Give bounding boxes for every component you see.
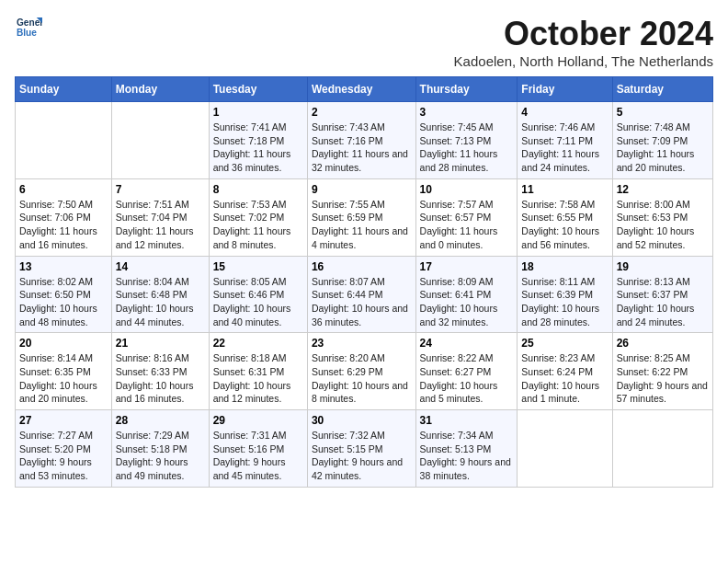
day-info: Sunrise: 7:32 AM Sunset: 5:15 PM Dayligh… — [312, 429, 412, 483]
calendar-cell: 22Sunrise: 8:18 AM Sunset: 6:31 PM Dayli… — [209, 333, 307, 410]
calendar-cell: 4Sunrise: 7:46 AM Sunset: 7:11 PM Daylig… — [518, 102, 612, 179]
weekday-header: Friday — [518, 77, 612, 102]
page-header: General Blue October 2024 Kadoelen, Nort… — [15, 15, 713, 69]
day-info: Sunrise: 7:53 AM Sunset: 7:02 PM Dayligh… — [213, 198, 303, 252]
calendar-cell: 23Sunrise: 8:20 AM Sunset: 6:29 PM Dayli… — [307, 333, 415, 410]
calendar-cell: 28Sunrise: 7:29 AM Sunset: 5:18 PM Dayli… — [111, 410, 209, 488]
day-number: 17 — [420, 260, 514, 273]
day-info: Sunrise: 8:23 AM Sunset: 6:24 PM Dayligh… — [521, 351, 608, 406]
day-number: 28 — [116, 414, 205, 427]
calendar-cell: 24Sunrise: 8:22 AM Sunset: 6:27 PM Dayli… — [415, 333, 518, 410]
calendar-cell: 3Sunrise: 7:45 AM Sunset: 7:13 PM Daylig… — [415, 102, 518, 179]
day-number: 22 — [213, 337, 303, 350]
calendar-cell: 2Sunrise: 7:43 AM Sunset: 7:16 PM Daylig… — [307, 102, 415, 179]
calendar-week-row: 1Sunrise: 7:41 AM Sunset: 7:18 PM Daylig… — [16, 102, 713, 179]
day-number: 24 — [420, 337, 514, 350]
weekday-header: Thursday — [415, 77, 518, 102]
svg-text:Blue: Blue — [17, 28, 37, 38]
calendar-cell: 10Sunrise: 7:57 AM Sunset: 6:57 PM Dayli… — [415, 178, 518, 256]
day-info: Sunrise: 8:16 AM Sunset: 6:33 PM Dayligh… — [116, 351, 205, 406]
day-number: 31 — [420, 414, 514, 427]
calendar-cell: 12Sunrise: 8:00 AM Sunset: 6:53 PM Dayli… — [612, 178, 712, 256]
day-number: 4 — [521, 106, 608, 119]
day-info: Sunrise: 8:04 AM Sunset: 6:48 PM Dayligh… — [116, 275, 205, 329]
day-info: Sunrise: 7:48 AM Sunset: 7:09 PM Dayligh… — [617, 121, 709, 175]
day-info: Sunrise: 7:41 AM Sunset: 7:18 PM Dayligh… — [213, 121, 303, 175]
day-info: Sunrise: 8:00 AM Sunset: 6:53 PM Dayligh… — [617, 198, 709, 252]
day-info: Sunrise: 8:05 AM Sunset: 6:46 PM Dayligh… — [213, 275, 303, 329]
calendar-cell: 15Sunrise: 8:05 AM Sunset: 6:46 PM Dayli… — [209, 256, 307, 333]
calendar-cell: 27Sunrise: 7:27 AM Sunset: 5:20 PM Dayli… — [16, 410, 112, 488]
day-number: 9 — [312, 183, 412, 196]
calendar-cell: 14Sunrise: 8:04 AM Sunset: 6:48 PM Dayli… — [111, 256, 209, 333]
day-info: Sunrise: 7:50 AM Sunset: 7:06 PM Dayligh… — [19, 198, 108, 252]
day-number: 12 — [617, 183, 709, 196]
day-info: Sunrise: 7:34 AM Sunset: 5:13 PM Dayligh… — [420, 429, 514, 483]
weekday-header: Wednesday — [307, 77, 415, 102]
day-number: 6 — [19, 183, 108, 196]
title-block: October 2024 Kadoelen, North Holland, Th… — [454, 15, 713, 69]
day-info: Sunrise: 8:25 AM Sunset: 6:22 PM Dayligh… — [617, 351, 709, 406]
day-info: Sunrise: 7:46 AM Sunset: 7:11 PM Dayligh… — [521, 121, 608, 175]
day-info: Sunrise: 8:20 AM Sunset: 6:29 PM Dayligh… — [312, 351, 412, 406]
calendar-week-row: 20Sunrise: 8:14 AM Sunset: 6:35 PM Dayli… — [16, 333, 713, 410]
day-number: 14 — [116, 260, 205, 273]
calendar-cell — [111, 102, 209, 179]
day-number: 21 — [116, 337, 205, 350]
calendar-cell: 17Sunrise: 8:09 AM Sunset: 6:41 PM Dayli… — [415, 256, 518, 333]
logo-icon: General Blue — [17, 15, 42, 40]
day-info: Sunrise: 8:02 AM Sunset: 6:50 PM Dayligh… — [19, 275, 108, 329]
weekday-header-row: SundayMondayTuesdayWednesdayThursdayFrid… — [16, 77, 713, 102]
day-number: 18 — [521, 260, 608, 273]
calendar-cell: 5Sunrise: 7:48 AM Sunset: 7:09 PM Daylig… — [612, 102, 712, 179]
day-number: 30 — [312, 414, 412, 427]
day-number: 8 — [213, 183, 303, 196]
calendar-cell: 26Sunrise: 8:25 AM Sunset: 6:22 PM Dayli… — [612, 333, 712, 410]
calendar-cell: 25Sunrise: 8:23 AM Sunset: 6:24 PM Dayli… — [518, 333, 612, 410]
calendar-cell — [16, 102, 112, 179]
calendar-cell: 11Sunrise: 7:58 AM Sunset: 6:55 PM Dayli… — [518, 178, 612, 256]
day-info: Sunrise: 7:55 AM Sunset: 6:59 PM Dayligh… — [312, 198, 412, 252]
month-title: October 2024 — [454, 15, 713, 53]
calendar-cell: 19Sunrise: 8:13 AM Sunset: 6:37 PM Dayli… — [612, 256, 712, 333]
calendar-cell: 7Sunrise: 7:51 AM Sunset: 7:04 PM Daylig… — [111, 178, 209, 256]
weekday-header: Monday — [111, 77, 209, 102]
day-number: 11 — [521, 183, 608, 196]
logo: General Blue — [15, 15, 42, 40]
calendar-cell: 29Sunrise: 7:31 AM Sunset: 5:16 PM Dayli… — [209, 410, 307, 488]
day-info: Sunrise: 7:31 AM Sunset: 5:16 PM Dayligh… — [213, 429, 303, 483]
day-number: 13 — [19, 260, 108, 273]
calendar-cell: 13Sunrise: 8:02 AM Sunset: 6:50 PM Dayli… — [16, 256, 112, 333]
day-info: Sunrise: 8:14 AM Sunset: 6:35 PM Dayligh… — [19, 351, 108, 406]
calendar-cell — [518, 410, 612, 488]
day-info: Sunrise: 7:29 AM Sunset: 5:18 PM Dayligh… — [116, 429, 205, 483]
calendar-cell: 18Sunrise: 8:11 AM Sunset: 6:39 PM Dayli… — [518, 256, 612, 333]
day-info: Sunrise: 7:58 AM Sunset: 6:55 PM Dayligh… — [521, 198, 608, 252]
day-number: 19 — [617, 260, 709, 273]
calendar-week-row: 6Sunrise: 7:50 AM Sunset: 7:06 PM Daylig… — [16, 178, 713, 256]
calendar-cell: 6Sunrise: 7:50 AM Sunset: 7:06 PM Daylig… — [16, 178, 112, 256]
weekday-header: Tuesday — [209, 77, 307, 102]
day-number: 23 — [312, 337, 412, 350]
location: Kadoelen, North Holland, The Netherlands — [454, 53, 713, 69]
day-number: 15 — [213, 260, 303, 273]
calendar-cell: 8Sunrise: 7:53 AM Sunset: 7:02 PM Daylig… — [209, 178, 307, 256]
day-info: Sunrise: 8:18 AM Sunset: 6:31 PM Dayligh… — [213, 351, 303, 406]
calendar-week-row: 13Sunrise: 8:02 AM Sunset: 6:50 PM Dayli… — [16, 256, 713, 333]
calendar-cell: 16Sunrise: 8:07 AM Sunset: 6:44 PM Dayli… — [307, 256, 415, 333]
day-info: Sunrise: 7:27 AM Sunset: 5:20 PM Dayligh… — [19, 429, 108, 483]
calendar-cell: 30Sunrise: 7:32 AM Sunset: 5:15 PM Dayli… — [307, 410, 415, 488]
weekday-header: Sunday — [16, 77, 112, 102]
day-number: 10 — [420, 183, 514, 196]
calendar-cell: 21Sunrise: 8:16 AM Sunset: 6:33 PM Dayli… — [111, 333, 209, 410]
day-number: 1 — [213, 106, 303, 119]
day-number: 7 — [116, 183, 205, 196]
calendar-cell: 31Sunrise: 7:34 AM Sunset: 5:13 PM Dayli… — [415, 410, 518, 488]
calendar-table: SundayMondayTuesdayWednesdayThursdayFrid… — [15, 76, 713, 488]
day-info: Sunrise: 8:09 AM Sunset: 6:41 PM Dayligh… — [420, 275, 514, 329]
day-info: Sunrise: 7:57 AM Sunset: 6:57 PM Dayligh… — [420, 198, 514, 252]
day-info: Sunrise: 7:51 AM Sunset: 7:04 PM Dayligh… — [116, 198, 205, 252]
calendar-cell: 1Sunrise: 7:41 AM Sunset: 7:18 PM Daylig… — [209, 102, 307, 179]
calendar-cell: 20Sunrise: 8:14 AM Sunset: 6:35 PM Dayli… — [16, 333, 112, 410]
calendar-week-row: 27Sunrise: 7:27 AM Sunset: 5:20 PM Dayli… — [16, 410, 713, 488]
